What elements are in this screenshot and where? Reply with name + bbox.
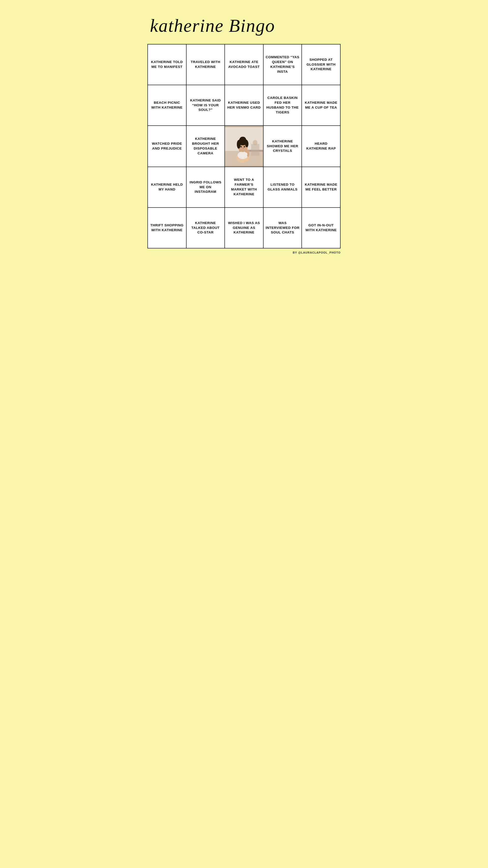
bingo-cell-r1-c1[interactable]: KATHERINE SAID “HOW IS YOUR SOUL?” — [186, 85, 225, 126]
bingo-cell-r3-c0[interactable]: KATHERINE HELD MY HAND — [148, 167, 186, 208]
bingo-cell-r0-c0[interactable]: KATHERINE TOLD ME TO MANIFEST — [148, 44, 186, 85]
bingo-cell-r4-c3[interactable]: WAS INTERVIEWED FOR SOUL CHATS — [263, 208, 302, 248]
svg-point-15 — [253, 140, 258, 146]
bingo-cell-r2-c2[interactable] — [225, 126, 263, 167]
bingo-cell-r3-c3[interactable]: LISTENED TO GLASS ANIMALS — [263, 167, 302, 208]
bingo-cell-r2-c4[interactable]: HEARD KATHERINE RAP — [302, 126, 340, 167]
bingo-cell-r1-c4[interactable]: KATHERINE MADE ME A CUP OF TEA — [302, 85, 340, 126]
page-wrapper: katherine Bingo KATHERINE TOLD ME TO MAN… — [140, 0, 348, 274]
svg-rect-14 — [251, 144, 260, 156]
svg-point-4 — [238, 152, 248, 159]
bingo-cell-r2-c1[interactable]: KATHERINE BROUGHT HER DISPOSABLE CAMERA — [186, 126, 225, 167]
bingo-grid: KATHERINE TOLD ME TO MANIFESTTRAVELED WI… — [148, 44, 340, 248]
bingo-cell-r4-c2[interactable]: WISHED I WAS AS GENUINE AS KATHERINE — [225, 208, 263, 248]
bingo-cell-r1-c2[interactable]: KATHERINE USED HER VENMO CARD — [225, 85, 263, 126]
svg-point-9 — [245, 141, 249, 147]
bingo-cell-r1-c3[interactable]: CAROLE BASKIN FED HER HUSBAND TO THE TIG… — [263, 85, 302, 126]
svg-point-10 — [239, 137, 246, 143]
bingo-cell-r3-c1[interactable]: INGRID FOLLOWS ME ON INSTAGRAM — [186, 167, 225, 208]
bingo-cell-r2-c0[interactable]: WATCHED PRIDE AND PREJUDICE — [148, 126, 186, 167]
page-title: katherine Bingo — [148, 15, 275, 36]
bingo-cell-r2-c3[interactable]: KATHERINE SHOWED ME HER CRYSTALS — [263, 126, 302, 167]
svg-point-11 — [240, 146, 242, 148]
credit-line: BY @LAURACLAPOOL_PHOTO — [293, 251, 340, 254]
bingo-cell-r4-c1[interactable]: KATHERINE TALKED ABOUT CO-STAR — [186, 208, 225, 248]
bingo-cell-r0-c3[interactable]: COMMENTED “YAS QUEEN” ON KATHERINE’S INS… — [263, 44, 302, 85]
bingo-cell-r4-c0[interactable]: THRIFT SHOPPING WITH KATHERINE — [148, 208, 186, 248]
svg-point-12 — [244, 146, 245, 148]
bingo-cell-r0-c2[interactable]: KATHERINE ATE AVOCADO TOAST — [225, 44, 263, 85]
bingo-cell-r0-c4[interactable]: SHOPPED AT GLOSSIER WITH KATHERINE — [302, 44, 340, 85]
bingo-cell-r3-c4[interactable]: KATHERINE MADE ME FEEL BETTER — [302, 167, 340, 208]
bingo-cell-r4-c4[interactable]: GOT IN-N-OUT WITH KATHERINE — [302, 208, 340, 248]
bingo-cell-r3-c2[interactable]: WENT TO A FARMER’S MARKET WITH KATHERINE — [225, 167, 263, 208]
center-photo — [225, 126, 263, 166]
bingo-cell-r0-c1[interactable]: TRAVELED WITH KATHERINE — [186, 44, 225, 85]
svg-point-8 — [237, 140, 241, 149]
bingo-cell-r1-c0[interactable]: BEACH PICNIC WITH KATHERINE — [148, 85, 186, 126]
